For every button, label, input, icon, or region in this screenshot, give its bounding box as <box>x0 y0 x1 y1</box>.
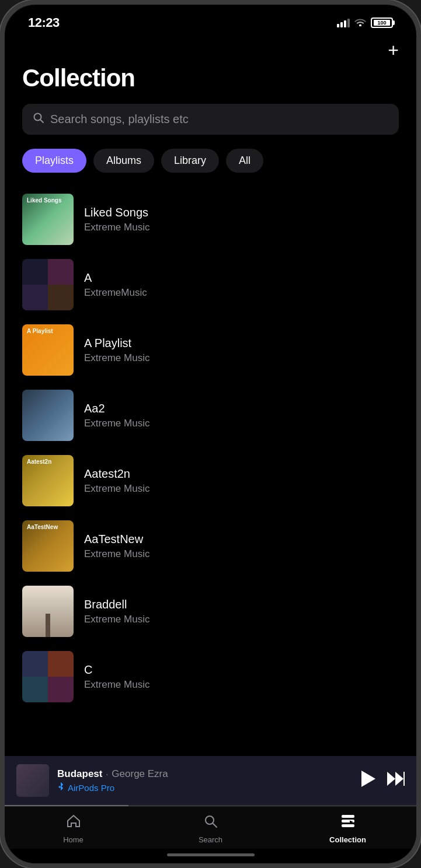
home-icon <box>66 814 81 833</box>
svg-point-0 <box>34 114 41 121</box>
page-title: Collection <box>22 64 399 92</box>
filter-library[interactable]: Library <box>161 149 219 173</box>
now-playing-progress <box>5 805 416 806</box>
phone-screen: 12:23 100 <box>5 5 416 863</box>
playlist-thumb-aatestnew: AaTestNew <box>22 520 74 572</box>
svg-point-6 <box>206 816 214 824</box>
playlist-source: Extreme Music <box>84 548 399 560</box>
phone-frame: 12:23 100 <box>0 0 421 868</box>
tab-search[interactable]: Search <box>187 814 234 844</box>
list-item[interactable]: AaTestNew AaTestNew Extreme Music <box>22 513 399 579</box>
tab-collection-label: Collection <box>329 835 366 844</box>
svg-rect-8 <box>342 815 354 818</box>
collection-tab-icon <box>339 814 357 833</box>
status-time: 12:23 <box>28 15 60 30</box>
playlist-name: Liked Songs <box>84 206 399 219</box>
now-playing-thumb <box>16 764 49 797</box>
tab-collection[interactable]: Collection <box>325 814 371 844</box>
add-button[interactable]: + <box>388 41 399 60</box>
playlist-thumb-aa2 <box>22 390 74 441</box>
playlist-source: ExtremeMusic <box>84 287 399 299</box>
home-indicator <box>5 849 416 863</box>
svg-rect-10 <box>342 824 354 827</box>
playlist-source: Extreme Music <box>84 679 399 691</box>
playlist-source: Extreme Music <box>84 222 399 233</box>
skip-forward-button[interactable] <box>387 772 405 789</box>
playlist-name: A Playlist <box>84 337 399 350</box>
tab-home-label: Home <box>63 835 83 844</box>
filter-row: Playlists Albums Library All <box>22 149 399 173</box>
list-item[interactable]: Liked Songs Liked Songs Extreme Music <box>22 187 399 252</box>
wifi-icon <box>354 17 366 29</box>
filter-albums[interactable]: Albums <box>93 149 154 173</box>
header-row: + <box>22 35 399 64</box>
playlist-name: Aa2 <box>84 402 399 415</box>
bluetooth-icon <box>57 782 64 793</box>
playlist-thumb-aatest2n: Aatest2n <box>22 455 74 506</box>
playlist-name: AaTestNew <box>84 533 399 546</box>
playlist-thumb-c <box>22 651 74 702</box>
signal-icon <box>337 18 350 27</box>
search-icon <box>33 112 44 127</box>
playlist-name: Braddell <box>84 598 399 611</box>
now-playing-controls <box>361 771 405 791</box>
search-bar[interactable]: Search songs, playlists etc <box>22 104 399 135</box>
tab-home[interactable]: Home <box>50 814 97 844</box>
now-playing-info: Budapest · George Ezra AirPods Pro <box>57 768 353 793</box>
svg-rect-5 <box>403 772 405 786</box>
home-bar <box>167 853 255 856</box>
svg-marker-4 <box>395 772 403 786</box>
search-tab-icon <box>203 814 218 833</box>
list-item[interactable]: A ExtremeMusic <box>22 252 399 317</box>
playlist-thumb-braddell <box>22 586 74 637</box>
now-playing-artist: George Ezra <box>112 768 168 780</box>
playlist-source: Extreme Music <box>84 418 399 429</box>
now-playing-dot: · <box>106 769 108 779</box>
filter-all[interactable]: All <box>226 149 263 173</box>
svg-line-1 <box>41 120 44 123</box>
playlist-list: Liked Songs Liked Songs Extreme Music <box>22 187 399 709</box>
now-playing-title: Budapest <box>57 768 102 780</box>
play-button[interactable] <box>361 771 375 791</box>
playlist-name: C <box>84 663 399 677</box>
status-bar: 12:23 100 <box>5 5 416 35</box>
list-item[interactable]: C Extreme Music <box>22 644 399 709</box>
playlist-thumb-a <box>22 259 74 310</box>
tab-search-label: Search <box>199 835 222 844</box>
now-playing-bar[interactable]: Budapest · George Ezra AirPods Pro <box>5 756 416 805</box>
playlist-source: Extreme Music <box>84 483 399 495</box>
status-icons: 100 <box>337 17 393 29</box>
svg-marker-3 <box>387 772 395 786</box>
list-item[interactable]: A Playlist A Playlist Extreme Music <box>22 317 399 383</box>
playlist-thumb-aplaylist: A Playlist <box>22 324 74 376</box>
svg-line-7 <box>213 824 217 827</box>
playlist-name: A <box>84 271 399 285</box>
playlist-source: Extreme Music <box>84 614 399 625</box>
playlist-source: Extreme Music <box>84 352 399 364</box>
tab-bar: Home Search <box>5 806 416 849</box>
filter-playlists[interactable]: Playlists <box>22 149 86 173</box>
svg-marker-2 <box>361 771 375 787</box>
main-content: + Collection Search songs, playlists etc… <box>5 35 416 756</box>
list-item[interactable]: Aatest2n Aatest2n Extreme Music <box>22 448 399 513</box>
list-item[interactable]: Braddell Extreme Music <box>22 579 399 644</box>
now-playing-progress-fill <box>5 805 128 806</box>
playlist-name: Aatest2n <box>84 467 399 481</box>
search-placeholder: Search songs, playlists etc <box>50 113 189 126</box>
battery-icon: 100 <box>371 18 393 28</box>
playlist-thumb-liked: Liked Songs <box>22 194 74 245</box>
list-item[interactable]: Aa2 Extreme Music <box>22 383 399 448</box>
now-playing-device-name: AirPods Pro <box>68 783 114 793</box>
now-playing-device: AirPods Pro <box>57 782 353 793</box>
